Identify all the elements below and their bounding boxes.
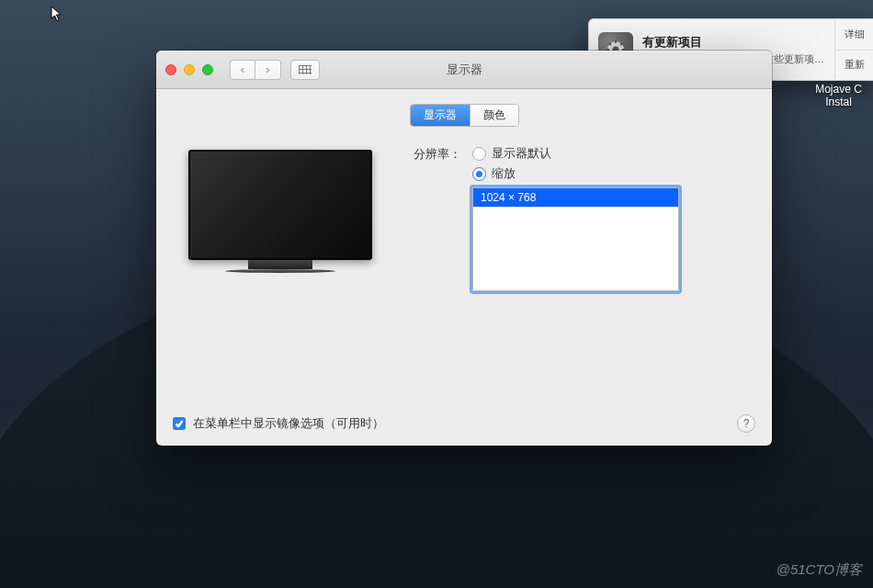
mouse-cursor <box>51 6 63 22</box>
chevron-right-icon: › <box>266 62 269 76</box>
notification-refresh-button[interactable]: 重新 <box>835 51 873 81</box>
svg-line-6 <box>609 43 611 45</box>
tab-display[interactable]: 显示器 <box>411 105 470 126</box>
radio-icon <box>472 167 486 181</box>
radio-scaled-resolution[interactable]: 缩放 <box>472 165 679 182</box>
notification-detail-button[interactable]: 详细 <box>835 19 873 51</box>
forward-button[interactable]: › <box>255 60 281 80</box>
zoom-icon[interactable] <box>202 64 213 75</box>
notification-title: 有更新项目 <box>642 34 829 51</box>
show-all-button[interactable] <box>290 60 320 80</box>
mirror-menu-label: 在菜单栏中显示镜像选项（可用时） <box>193 415 384 432</box>
nav-back-forward: ‹ › <box>230 60 281 80</box>
grid-icon <box>299 65 312 74</box>
radio-icon <box>472 147 486 161</box>
checkbox-icon <box>173 417 186 430</box>
monitor-illustration <box>184 150 377 403</box>
radio-scaled-label: 缩放 <box>492 165 516 182</box>
tab-row: 显示器 颜色 <box>156 104 772 127</box>
chevron-left-icon: ‹ <box>241 62 244 76</box>
svg-line-9 <box>620 43 622 45</box>
resolution-list[interactable]: 1024 × 768 <box>472 187 679 291</box>
back-button[interactable]: ‹ <box>230 60 255 80</box>
radio-default-resolution[interactable]: 显示器默认 <box>472 145 679 162</box>
close-icon[interactable] <box>165 64 176 75</box>
watermark: @51CTO博客 <box>777 561 862 579</box>
help-button[interactable]: ? <box>737 414 755 433</box>
titlebar[interactable]: ‹ › 显示器 <box>156 51 772 89</box>
displays-preferences-window: ‹ › 显示器 显示器 颜色 分辨率： 显示器默认 <box>156 51 772 446</box>
tab-color[interactable]: 颜色 <box>470 105 518 126</box>
mirror-menu-checkbox[interactable]: 在菜单栏中显示镜像选项（可用时） <box>173 415 384 432</box>
window-controls <box>165 64 213 75</box>
help-icon: ? <box>743 417 750 430</box>
resolution-option[interactable]: 1024 × 768 <box>473 188 678 207</box>
minimize-icon[interactable] <box>184 64 195 75</box>
desktop-installer-label[interactable]: Mojave C Instal <box>809 83 868 109</box>
resolution-label: 分辨率： <box>404 145 461 163</box>
radio-default-label: 显示器默认 <box>492 145 551 162</box>
